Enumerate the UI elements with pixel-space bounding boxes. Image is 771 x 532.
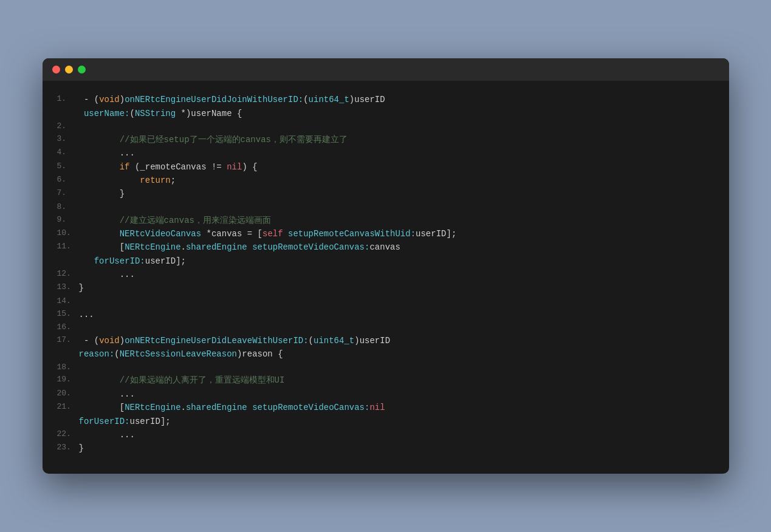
code-editor: 1. - (void)onNERtcEngineUserDidJoinWithU… (43, 81, 729, 474)
code-line: 13. } (57, 281, 714, 295)
line-number: 8. (57, 201, 79, 214)
line-number: 21. (57, 401, 79, 414)
code-line: 2. (57, 120, 714, 133)
line-number (57, 254, 79, 268)
line-number: 16. (57, 321, 79, 334)
code-line: 18. (57, 361, 714, 374)
line-number: 11. (57, 240, 79, 254)
line-number: 3. (57, 133, 79, 146)
minimize-button[interactable] (65, 66, 73, 73)
line-number: 18. (57, 361, 79, 374)
line-number: 2. (57, 120, 79, 133)
line-number: 1. (57, 93, 79, 106)
code-line: 12. ... (57, 268, 714, 281)
code-line: 16. (57, 321, 714, 334)
code-line: 23. } (57, 442, 714, 455)
line-number: 23. (57, 442, 79, 455)
code-line: 15. ... (57, 308, 714, 321)
code-line: 11. [NERtcEngine.sharedEngine setupRemot… (57, 240, 714, 254)
line-number (57, 415, 79, 428)
titlebar (43, 58, 729, 81)
line-number: 7. (57, 187, 79, 200)
code-line: 21. [NERtcEngine.sharedEngine setupRemot… (57, 401, 714, 414)
code-window: 1. - (void)onNERtcEngineUserDidJoinWithU… (43, 58, 729, 474)
code-line-cont: forUserID:userID]; (57, 254, 714, 268)
code-line: 6. return; (57, 174, 714, 187)
code-line: 22. ... (57, 428, 714, 442)
line-number: 17. (57, 334, 79, 347)
line-number (57, 107, 79, 120)
code-line-cont: reason:(NERtcSessionLeaveReason)reason { (57, 347, 714, 361)
code-line: 14. (57, 295, 714, 308)
line-number: 15. (57, 308, 79, 321)
code-line: 8. (57, 201, 714, 214)
code-line: 7. } (57, 187, 714, 200)
line-number: 20. (57, 387, 79, 401)
line-number: 13. (57, 281, 79, 295)
line-number: 6. (57, 174, 79, 187)
line-number: 4. (57, 146, 79, 160)
code-line: 20. ... (57, 387, 714, 401)
code-line: 4. ... (57, 146, 714, 160)
code-line: 19. //如果远端的人离开了，重置远端模型和UI (57, 373, 714, 387)
code-line-cont: userName:(NSString *)userName { (57, 107, 714, 120)
code-line: 10. NERtcVideoCanvas *canvas = [self set… (57, 227, 714, 240)
line-number: 10. (57, 227, 79, 240)
maximize-button[interactable] (78, 66, 86, 73)
line-number: 9. (57, 214, 79, 227)
close-button[interactable] (52, 66, 60, 73)
code-line: 9. //建立远端canvas，用来渲染远端画面 (57, 214, 714, 227)
code-line: 3. //如果已经setup了一个远端的canvas，则不需要再建立了 (57, 133, 714, 146)
line-number: 14. (57, 295, 79, 308)
line-number: 22. (57, 428, 79, 442)
line-number: 5. (57, 160, 79, 174)
code-line: 17. - (void)onNERtcEngineUserDidLeaveWit… (57, 334, 714, 347)
code-line-cont: forUserID:userID]; (57, 415, 714, 428)
line-number: 12. (57, 268, 79, 281)
line-number (57, 347, 79, 361)
line-number: 19. (57, 373, 79, 387)
code-line: 5. if (_remoteCanvas != nil) { (57, 160, 714, 174)
code-line: 1. - (void)onNERtcEngineUserDidJoinWithU… (57, 93, 714, 106)
